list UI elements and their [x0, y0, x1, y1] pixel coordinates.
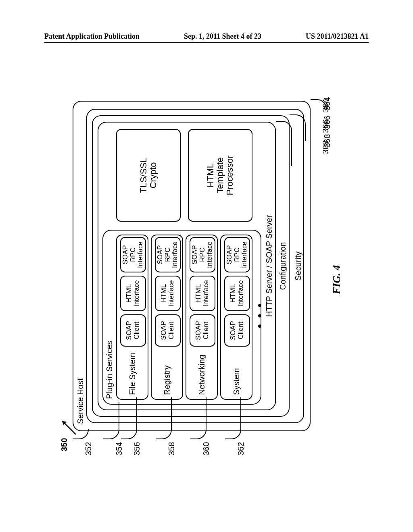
- soap-client-box: SOAP Client: [120, 314, 146, 347]
- leader-356: [121, 397, 137, 439]
- html-interface-box: HTML Interface: [224, 276, 250, 311]
- leader-358: [156, 397, 172, 439]
- ref-368b: 368: [321, 141, 330, 154]
- leader-352: [73, 429, 89, 439]
- soap-client-box: SOAP Client: [190, 314, 215, 347]
- service-row-registry: Registry SOAP Client HTML Interface SOAP…: [151, 235, 183, 400]
- html-interface-box: HTML Interface: [120, 276, 146, 311]
- ref-354: 354: [115, 442, 124, 455]
- security-label: Security: [294, 109, 303, 423]
- leader-366: [290, 114, 306, 141]
- leader-362: [225, 397, 241, 439]
- soap-client-box: SOAP Client: [224, 314, 250, 347]
- html-interface-box: HTML Interface: [190, 276, 215, 311]
- figure-4: 350 Service Host Security Configuration …: [65, 93, 347, 455]
- header-left: Patent Application Publication: [44, 32, 140, 41]
- service-title: Networking: [186, 349, 217, 395]
- ref-360: 360: [202, 442, 211, 455]
- tls-ssl-box: TLS/SSL Crypto: [116, 129, 181, 222]
- soap-rpc-box: SOAP RPC Interface: [120, 237, 146, 272]
- soap-rpc-box: SOAP RPC Interface: [155, 237, 181, 272]
- service-row-system: System SOAP Client HTML Interface SOAP R…: [220, 235, 252, 400]
- service-row-networking: Networking SOAP Client HTML Interface SO…: [186, 235, 218, 400]
- ref-362: 362: [236, 442, 246, 455]
- soap-rpc-box: SOAP RPC Interface: [224, 237, 250, 272]
- service-row-file-system: File System SOAP Client HTML Interface S…: [116, 235, 148, 400]
- plugin-services-label: Plug-in Services: [105, 341, 114, 399]
- ref-350: 350: [60, 438, 69, 451]
- header-rule: [44, 42, 369, 43]
- html-interface-box: HTML Interface: [155, 276, 181, 311]
- ellipsis-icon: • • •: [253, 302, 266, 328]
- header-right: US 2011/0213821 A1: [306, 32, 369, 41]
- leader-354: [103, 402, 119, 439]
- http-soap-label: HTTP Server / SOAP Server: [265, 122, 274, 410]
- service-title: File System: [117, 349, 148, 395]
- ref-366b: 366: [321, 120, 330, 133]
- service-title: System: [221, 349, 252, 395]
- service-host-label: Service Host: [76, 378, 85, 424]
- ref-364b: 364: [321, 99, 330, 112]
- leader-368: [276, 121, 292, 166]
- ref-356: 356: [132, 442, 142, 455]
- ref-352: 352: [84, 442, 93, 455]
- service-title: Registry: [152, 349, 182, 395]
- soap-rpc-box: SOAP RPC Interface: [190, 237, 215, 272]
- header-center: Sep. 1, 2011 Sheet 4 of 23: [184, 32, 261, 41]
- html-template-box: HTML Template Processor: [188, 129, 252, 222]
- figure-caption: FIG. 4: [331, 265, 343, 294]
- soap-client-box: SOAP Client: [155, 314, 181, 347]
- ref-358: 358: [167, 442, 176, 455]
- leader-360: [190, 397, 206, 439]
